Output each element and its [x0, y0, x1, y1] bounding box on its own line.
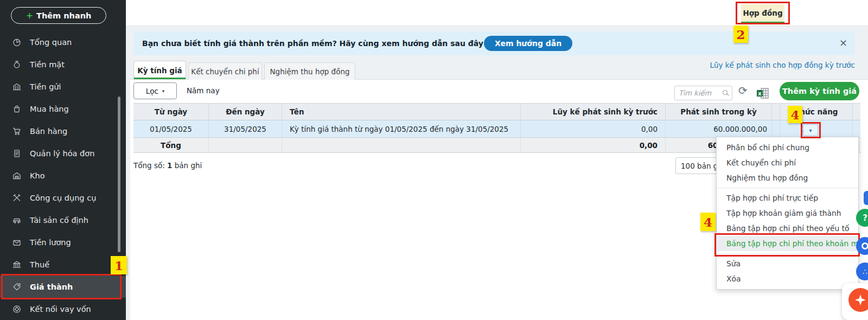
menu-item-tap-hop-chi-phi-truc-tiep[interactable]: Tập hợp chi phí trực tiếp [717, 190, 858, 206]
refresh-icon[interactable]: ⟳ [738, 84, 748, 97]
row-actions-menu: Phân bổ chi phí chung Kết chuyển chi phí… [716, 137, 859, 290]
svg-text:x: x [758, 91, 762, 97]
pie-chart-icon [12, 37, 22, 47]
menu-divider [717, 253, 858, 254]
invoice-icon [12, 149, 22, 158]
sidebar-item-thue[interactable]: Thuế [0, 253, 126, 276]
active-nav-underline [741, 22, 784, 24]
tab-label: Kết chuyển chi phí [191, 67, 259, 76]
menu-item-sua[interactable]: Sửa [717, 256, 858, 271]
cell-from-date: 01/05/2025 [133, 120, 209, 137]
cell-name: Kỳ tính giá thành từ ngày 01/05/2025 đến… [282, 120, 521, 137]
money-bag-icon [12, 60, 22, 69]
sidebar-item-kho[interactable]: Kho [0, 164, 126, 187]
sidebar-item-tien-luong[interactable]: Tiền lương [0, 231, 126, 253]
menu-item-phan-bo-chi-phi-chung[interactable]: Phân bổ chi phí chung [717, 140, 858, 155]
sidebar-item-mua-hang[interactable]: Mua hàng [0, 98, 126, 120]
sidebar-item-tong-quan[interactable]: Tổng quan [0, 31, 126, 53]
sidebar-item-tai-san-co-dinh[interactable]: Tài sản cố định [0, 209, 126, 231]
chevron-down-icon: ▾ [162, 88, 165, 94]
warehouse-icon [12, 171, 22, 181]
table-row[interactable]: 01/05/2025 31/05/2025 Kỳ tính giá thành … [133, 120, 860, 137]
shopping-bag-icon [12, 104, 22, 114]
car-icon [12, 215, 22, 225]
support-icon [861, 242, 868, 249]
sidebar: + Thêm nhanh Tổng quan Tiền mặt Tiền gửi… [0, 0, 126, 320]
filter-label: Lọc [146, 87, 158, 95]
total-empty [282, 138, 521, 152]
menu-item-xoa[interactable]: Xóa [717, 271, 858, 286]
salary-envelope-icon [12, 238, 22, 247]
table-header-row: Từ ngày Đến ngày Tên Lũy kế phát sinh kỳ… [133, 103, 860, 120]
col-header-luy-ke[interactable]: Lũy kế phát sinh kỳ trước [521, 104, 666, 120]
price-tag-icon [12, 282, 22, 292]
active-tab-underline [134, 78, 186, 79]
sidebar-item-ket-noi-vay-von[interactable]: Kết nối vay vốn [0, 298, 126, 320]
menu-item-bang-tap-hop-khoan-muc[interactable]: Bảng tập hợp chi phí theo khoản mục [717, 236, 858, 251]
col-header-scroll [853, 104, 860, 120]
col-header-phat-sinh[interactable]: Phát sinh trong kỳ [666, 104, 772, 120]
close-icon[interactable]: × [839, 31, 847, 55]
banner-message: Bạn chưa biết tính giá thành trên phần m… [142, 31, 506, 55]
sidebar-item-cong-cu-dung-cu[interactable]: Công cụ dụng cụ [0, 187, 126, 209]
period-label: Năm nay [187, 82, 220, 99]
prev-period-accum-link[interactable]: Lũy kế phát sinh cho hợp đồng kỳ trước [710, 61, 855, 69]
docked-button[interactable] [864, 191, 868, 205]
menu-divider [717, 188, 858, 188]
record-count: Tổng số: 1 bản ghi [133, 161, 202, 170]
sidebar-scrollbar[interactable] [118, 97, 120, 252]
cell-empty [772, 120, 780, 137]
tools-icon [12, 193, 22, 203]
col-header-tu-ngay[interactable]: Từ ngày [133, 104, 209, 120]
plus-icon: + [26, 10, 33, 21]
quick-add-label: Thêm nhanh [36, 11, 91, 20]
filter-button[interactable]: Lọc ▾ [133, 82, 177, 99]
sidebar-menu: Tổng quan Tiền mặt Tiền gửi Mua hàng Bán… [0, 31, 126, 320]
ai-assistant-button[interactable] [848, 288, 868, 312]
menu-item-bang-tap-hop-yeu-to[interactable]: Bảng tập hợp chi phí theo yếu tố [717, 221, 858, 236]
community-icon: ∴ [863, 267, 867, 276]
col-header-ten[interactable]: Tên [282, 104, 521, 120]
tab-label: Nghiệm thu hợp đồng [270, 67, 349, 76]
cell-current: 60.000.000,00 [666, 120, 772, 137]
sparkle-icon [855, 295, 866, 305]
col-header-den-ngay[interactable]: Đến ngày [209, 104, 282, 120]
quick-add-button[interactable]: + Thêm nhanh [11, 7, 106, 24]
nav-item-hop-dong-active[interactable]: Hợp đồng [741, 4, 784, 22]
shopping-cart-icon [12, 126, 22, 136]
cell-to-date: 31/05/2025 [209, 120, 282, 137]
view-guide-button[interactable]: Xem hướng dẫn [484, 36, 572, 51]
menu-item-tap-hop-khoan-giam[interactable]: Tập hợp khoản giảm giá thành [717, 206, 858, 221]
tab-ky-tinh-gia[interactable]: Kỳ tính giá [133, 61, 186, 79]
tax-building-icon [12, 260, 22, 270]
row-actions-dropdown-button[interactable]: ▾ [803, 124, 818, 136]
question-icon: ? [863, 213, 867, 223]
total-empty [209, 138, 282, 152]
col-header-chuc-nang: Chức năng [780, 104, 853, 120]
total-label: Tổng [133, 138, 209, 152]
record-count-suffix: bản ghi [172, 161, 202, 170]
col-header-empty [772, 104, 780, 120]
sidebar-item-tien-gui[interactable]: Tiền gửi [0, 75, 126, 98]
sidebar-item-gia-thanh[interactable]: Giá thành [0, 276, 126, 298]
sidebar-item-tien-mat[interactable]: Tiền mặt [0, 53, 126, 75]
menu-item-ket-chuyen-chi-phi[interactable]: Kết chuyển chi phí [717, 155, 858, 170]
record-count-prefix: Tổng số: [133, 161, 167, 170]
tab-label: Kỳ tính giá [137, 66, 182, 75]
loan-connect-icon [12, 304, 22, 314]
search-input[interactable] [679, 86, 721, 100]
cell-scroll [853, 120, 860, 137]
nav-item-hop-dong-label: Hợp đồng [743, 9, 782, 17]
tab-nghiem-thu-hop-dong[interactable]: Nghiệm thu hợp đồng [264, 62, 355, 80]
add-period-button[interactable]: Thêm kỳ tính giá [780, 82, 859, 100]
sidebar-item-quan-ly-hoa-don[interactable]: Quản lý hóa đơn [0, 142, 126, 164]
total-prev-accum: 0,00 [521, 138, 666, 152]
info-banner: Bạn chưa biết tính giá thành trên phần m… [133, 31, 855, 55]
menu-item-nghiem-thu-hop-dong[interactable]: Nghiệm thu hợp đồng [717, 170, 858, 185]
tab-ket-chuyen-chi-phi[interactable]: Kết chuyển chi phí [188, 62, 262, 80]
bank-deposit-icon [12, 82, 22, 92]
export-excel-icon[interactable]: x [756, 87, 769, 101]
search-icon [723, 90, 727, 95]
sidebar-item-ban-hang[interactable]: Bán hàng [0, 120, 126, 142]
search-box [674, 86, 732, 100]
